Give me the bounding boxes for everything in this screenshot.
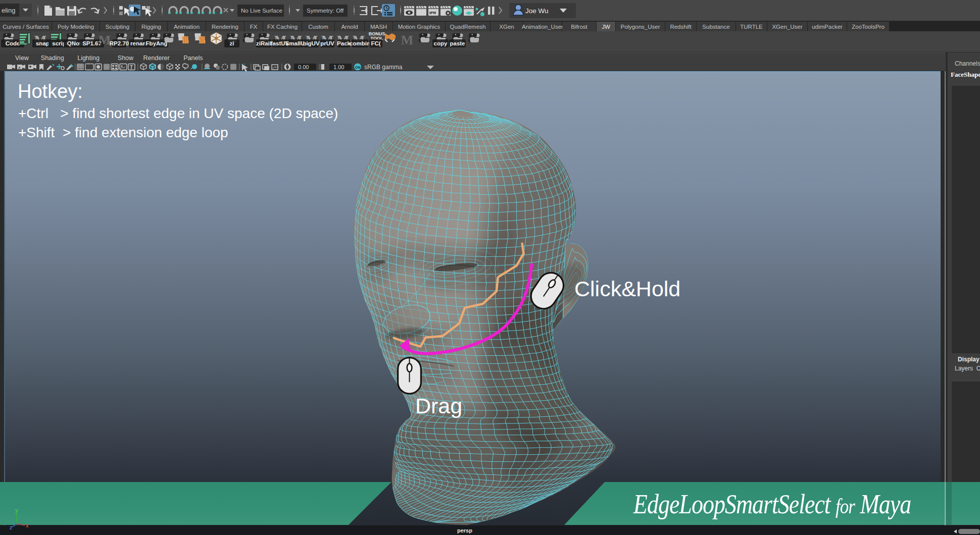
svg-text:TURTLE: TURTLE: [740, 24, 763, 30]
svg-text:Poly Modeling: Poly Modeling: [58, 24, 94, 30]
svg-text:MASH: MASH: [370, 24, 387, 30]
svg-text:XGen: XGen: [499, 24, 514, 30]
svg-text:Panels: Panels: [183, 55, 203, 62]
svg-text:Motion Graphics: Motion Graphics: [398, 24, 440, 30]
svg-text:Rigging: Rigging: [141, 24, 161, 30]
svg-text:Arnold: Arnold: [341, 24, 358, 30]
svg-text:y: y: [15, 508, 18, 513]
svg-text:QuadRemesh: QuadRemesh: [450, 24, 486, 30]
svg-text:Pack: Pack: [337, 40, 351, 46]
svg-text:T: T: [130, 65, 133, 70]
svg-text:M: M: [401, 33, 414, 47]
svg-text:Show: Show: [118, 55, 134, 62]
svg-text:eling: eling: [2, 7, 15, 14]
svg-text:0.00: 0.00: [298, 64, 309, 70]
svg-text:Substance: Substance: [702, 24, 729, 30]
svg-text:Lighting: Lighting: [77, 55, 100, 62]
svg-text:RP2.70: RP2.70: [110, 40, 129, 46]
svg-text:udimPacker: udimPacker: [812, 24, 843, 30]
svg-text:sRGB gamma: sRGB gamma: [364, 64, 403, 71]
svg-text:x: x: [26, 523, 29, 528]
svg-text:Symmetry: Off: Symmetry: Off: [307, 8, 344, 14]
svg-text:JW: JW: [602, 24, 610, 30]
svg-text:ziRail: ziRail: [256, 40, 271, 46]
svg-text:Animation: Animation: [174, 24, 200, 30]
svg-text:XGen_User: XGen_User: [772, 24, 802, 30]
svg-text:combin: combin: [350, 40, 370, 46]
svg-text:Rendering: Rendering: [212, 24, 238, 30]
svg-text:M: M: [99, 33, 111, 47]
svg-text:Joe Wu: Joe Wu: [525, 7, 549, 15]
svg-text:No Live Surface: No Live Surface: [241, 8, 282, 14]
svg-text:Sculpting: Sculpting: [106, 24, 129, 30]
svg-text:copy: copy: [434, 40, 448, 46]
svg-text:Shading: Shading: [41, 55, 64, 62]
svg-text:IPR: IPR: [429, 11, 436, 15]
svg-text:z: z: [10, 525, 12, 530]
svg-text:Redshift: Redshift: [670, 24, 692, 30]
svg-text:Custom: Custom: [308, 24, 328, 30]
svg-text:Bifrost: Bifrost: [571, 24, 587, 30]
svg-text:1.00: 1.00: [333, 64, 344, 70]
svg-text:a: a: [18, 65, 21, 70]
svg-text:FX Caching: FX Caching: [267, 24, 298, 30]
svg-text:View: View: [15, 55, 29, 62]
svg-text:ON: ON: [355, 66, 361, 69]
svg-text:Polygons_User: Polygons_User: [621, 24, 660, 30]
svg-text:zi: zi: [230, 40, 234, 46]
svg-text:paste: paste: [450, 40, 465, 46]
svg-text:bigUV: bigUV: [303, 40, 320, 46]
svg-text:prUV: prUV: [320, 40, 334, 46]
svg-text:FX: FX: [250, 24, 258, 30]
svg-text:Curves / Surfaces: Curves / Surfaces: [3, 24, 49, 30]
svg-text:Code: Code: [6, 40, 20, 46]
svg-text:Animation_User: Animation_User: [522, 24, 563, 30]
svg-text:Renderer: Renderer: [143, 55, 170, 62]
svg-text:FC(: FC(: [371, 40, 380, 46]
svg-text:ZooToolsPro: ZooToolsPro: [852, 24, 885, 30]
